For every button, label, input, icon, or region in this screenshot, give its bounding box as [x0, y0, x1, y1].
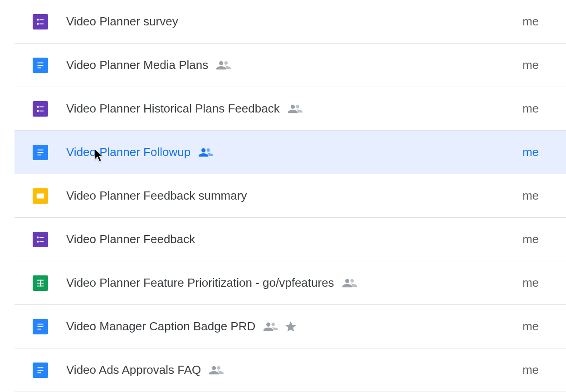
- file-owner: me: [522, 189, 539, 203]
- svg-rect-3: [39, 23, 44, 24]
- file-owner: me: [522, 15, 539, 29]
- shared-icon: [199, 147, 213, 158]
- file-row[interactable]: Video Manager Caption Badge PRDme: [15, 305, 566, 348]
- svg-rect-25: [38, 328, 41, 329]
- file-list: Video Planner surveymeVideo Planner Medi…: [0, 0, 566, 392]
- file-owner: me: [522, 102, 539, 116]
- svg-rect-17: [37, 240, 39, 242]
- svg-rect-11: [38, 149, 44, 150]
- svg-rect-12: [38, 152, 44, 153]
- form-icon: [33, 14, 48, 29]
- shared-icon: [216, 60, 231, 71]
- form-icon: [33, 101, 48, 117]
- file-name: Video Planner Feature Prioritization - g…: [66, 276, 334, 290]
- svg-rect-8: [39, 106, 44, 107]
- file-row[interactable]: Video Planner Feature Prioritization - g…: [15, 261, 566, 305]
- svg-rect-2: [37, 23, 39, 24]
- svg-rect-0: [37, 19, 39, 20]
- star-icon: [284, 320, 297, 333]
- file-owner: me: [522, 58, 539, 72]
- svg-rect-1: [39, 19, 44, 20]
- svg-rect-24: [38, 326, 44, 327]
- svg-rect-23: [38, 323, 44, 324]
- sheet-icon: [33, 275, 48, 291]
- shared-icon: [288, 103, 303, 114]
- file-row[interactable]: Video Planner Media Plansme: [15, 44, 566, 87]
- file-owner: me: [522, 319, 539, 333]
- svg-rect-9: [37, 110, 39, 112]
- file-row[interactable]: Video Planner Historical Plans Feedbackm…: [15, 87, 566, 131]
- doc-icon: [33, 145, 48, 160]
- file-name: Video Planner Feedback: [66, 232, 195, 246]
- svg-rect-14: [37, 193, 44, 198]
- svg-rect-26: [38, 367, 44, 368]
- svg-rect-27: [38, 370, 44, 371]
- file-row[interactable]: Video Ads Approvals FAQme: [15, 348, 566, 392]
- shared-icon: [263, 321, 278, 332]
- slide-icon: [33, 188, 48, 204]
- file-name: Video Ads Approvals FAQ: [66, 363, 201, 377]
- doc-icon: [33, 58, 48, 73]
- svg-rect-13: [38, 154, 41, 155]
- svg-rect-7: [37, 106, 39, 108]
- form-icon: [33, 232, 48, 247]
- file-name: Video Planner survey: [66, 15, 178, 29]
- doc-icon: [33, 363, 48, 378]
- file-name: Video Planner Followup: [66, 145, 190, 159]
- file-owner: me: [522, 276, 539, 290]
- svg-rect-22: [40, 279, 41, 286]
- svg-rect-28: [38, 372, 41, 373]
- svg-rect-5: [38, 65, 44, 66]
- file-owner: me: [522, 145, 539, 159]
- file-name: Video Planner Historical Plans Feedback: [66, 102, 280, 116]
- file-name: Video Manager Caption Badge PRD: [66, 319, 255, 333]
- svg-rect-10: [39, 110, 44, 111]
- svg-rect-4: [38, 62, 44, 63]
- file-owner: me: [522, 363, 539, 377]
- shared-icon: [342, 278, 357, 289]
- file-row[interactable]: Video Planner Feedback summaryme: [15, 174, 566, 218]
- svg-rect-15: [37, 236, 39, 238]
- file-row[interactable]: Video Planner surveyme: [15, 0, 566, 44]
- svg-rect-6: [38, 67, 41, 68]
- file-owner: me: [522, 232, 539, 246]
- shared-icon: [209, 365, 224, 376]
- doc-icon: [33, 319, 48, 334]
- svg-rect-16: [39, 237, 44, 238]
- file-name: Video Planner Feedback summary: [66, 189, 247, 203]
- svg-rect-18: [39, 241, 44, 242]
- file-name: Video Planner Media Plans: [66, 58, 208, 72]
- file-row[interactable]: Video Planner Followupme: [15, 131, 566, 174]
- file-row[interactable]: Video Planner Feedbackme: [15, 218, 566, 261]
